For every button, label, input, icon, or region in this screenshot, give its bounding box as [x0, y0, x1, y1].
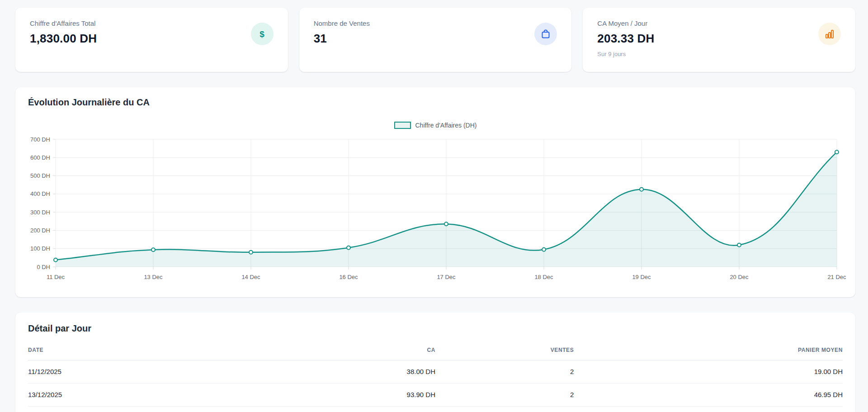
y-axis-label: 100 DH — [30, 245, 50, 252]
stat-card-total-revenue: Chiffre d'Affaires Total 1,830.00 DH $ — [15, 8, 288, 72]
y-axis-label: 500 DH — [30, 172, 50, 179]
daily-revenue-chart-card: Évolution Journalière du CA Chiffre d'Af… — [15, 87, 855, 297]
stat-value: 1,830.00 DH — [30, 32, 97, 46]
shopping-bag-icon — [534, 23, 557, 45]
y-axis-label: 0 DH — [37, 264, 50, 270]
x-axis-label: 17 Dec — [437, 274, 456, 280]
x-axis-label: 11 Dec — [47, 274, 65, 280]
y-axis-label: 700 DH — [30, 136, 50, 143]
y-axis-label: 200 DH — [30, 227, 50, 234]
table-row: 11/12/202538.00 DH219.00 DH — [28, 360, 843, 384]
daily-detail-table: DATE CA VENTES PANIER MOYEN 11/12/202538… — [28, 347, 843, 407]
data-point[interactable] — [737, 243, 741, 247]
data-point[interactable] — [54, 258, 57, 262]
x-axis-label: 21 Dec — [827, 274, 846, 280]
x-axis-label: 13 Dec — [144, 274, 163, 280]
x-axis-label: 16 Dec — [339, 274, 358, 280]
data-point[interactable] — [151, 248, 155, 251]
cell-date: 13/12/2025 — [28, 384, 297, 407]
x-axis-label: 20 Dec — [730, 274, 749, 280]
y-axis-label: 300 DH — [30, 209, 50, 216]
column-header-panier-moyen: PANIER MOYEN — [574, 347, 843, 360]
x-axis-label: 18 Dec — [534, 274, 553, 280]
stat-label: Nombre de Ventes — [314, 19, 370, 27]
cell-ca: 93.90 DH — [297, 384, 435, 407]
dollar-glyph: $ — [259, 30, 264, 38]
y-axis-label: 600 DH — [30, 154, 50, 161]
stat-label: CA Moyen / Jour — [597, 19, 654, 27]
table-header: DATE CA VENTES PANIER MOYEN — [28, 347, 843, 360]
daily-detail-card: Détail par Jour DATE CA VENTES PANIER MO… — [15, 313, 855, 412]
stat-card-avg-revenue: CA Moyen / Jour 203.33 DH Sur 9 jours — [583, 8, 855, 72]
stat-value: 203.33 DH — [597, 32, 654, 46]
stat-card-sales-count: Nombre de Ventes 31 — [299, 8, 572, 72]
cell-ca: 38.00 DH — [297, 360, 435, 384]
x-axis-label: 14 Dec — [241, 274, 260, 280]
x-axis-label: 19 Dec — [632, 274, 651, 280]
data-point[interactable] — [640, 188, 643, 191]
stat-subtext: Sur 9 jours — [597, 51, 654, 57]
data-point[interactable] — [542, 248, 546, 251]
stat-value: 31 — [314, 32, 370, 46]
dollar-icon: $ — [251, 23, 274, 45]
column-header-date: DATE — [28, 347, 297, 360]
table-title: Détail par Jour — [28, 323, 91, 334]
stat-text: Nombre de Ventes 31 — [314, 19, 370, 46]
data-point[interactable] — [347, 246, 350, 250]
cell-date: 11/12/2025 — [28, 360, 297, 384]
stat-label: Chiffre d'Affaires Total — [30, 19, 97, 27]
data-point[interactable] — [835, 150, 839, 154]
cell-ventes: 2 — [435, 384, 574, 407]
revenue-chart-svg[interactable]: 0 DH100 DH200 DH300 DH400 DH500 DH600 DH… — [15, 87, 855, 297]
y-axis-label: 400 DH — [30, 190, 50, 197]
stat-text: Chiffre d'Affaires Total 1,830.00 DH — [30, 19, 97, 46]
cell-ventes: 2 — [435, 360, 574, 384]
stat-text: CA Moyen / Jour 203.33 DH Sur 9 jours — [597, 19, 654, 57]
data-point[interactable] — [249, 251, 253, 254]
cell-panier-moyen: 46.95 DH — [574, 384, 843, 407]
table-header-row: DATE CA VENTES PANIER MOYEN — [28, 347, 843, 360]
column-header-ventes: VENTES — [435, 347, 574, 360]
table-row: 13/12/202593.90 DH246.95 DH — [28, 384, 843, 407]
bar-chart-icon — [818, 23, 841, 45]
cell-panier-moyen: 19.00 DH — [574, 360, 843, 384]
table-body: 11/12/202538.00 DH219.00 DH13/12/202593.… — [28, 360, 843, 407]
data-point[interactable] — [444, 222, 448, 226]
stats-row: Chiffre d'Affaires Total 1,830.00 DH $ N… — [15, 8, 855, 72]
column-header-ca: CA — [297, 347, 435, 360]
